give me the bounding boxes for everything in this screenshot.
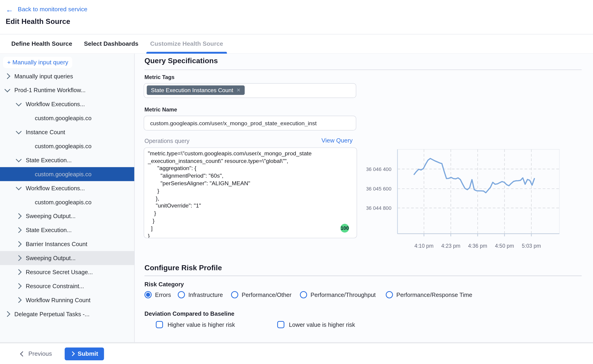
tree-item[interactable]: State Execution... <box>0 223 134 237</box>
tree-item-label: Instance Count <box>26 129 65 136</box>
configure-risk-profile-heading: Configure Risk Profile <box>144 264 222 272</box>
chevron-right-icon[interactable] <box>16 227 22 233</box>
chevron-right-icon[interactable] <box>4 73 10 79</box>
tree-item[interactable]: Resource Constraint... <box>0 279 134 293</box>
metric-name-label: Metric Name <box>144 107 177 113</box>
tree-item-label: custom.googleapis.co <box>35 171 91 178</box>
tab-customize-health-source[interactable]: Customize Health Source <box>150 34 224 53</box>
page-title: Edit Health Source <box>6 18 593 26</box>
radio-label: Errors <box>155 291 171 298</box>
tree-item[interactable]: custom.googleapis.co <box>0 111 134 125</box>
radio-icon[interactable] <box>178 291 185 298</box>
chevron-right-icon[interactable] <box>16 283 22 289</box>
tree-item-label: Barrier Instances Count <box>26 240 87 247</box>
risk-radio-infrastructure[interactable]: Infrastructure <box>178 291 223 298</box>
records-count-badge: 100 <box>340 224 349 233</box>
chevron-down-icon[interactable] <box>4 86 10 92</box>
chevron-down-icon[interactable] <box>16 129 22 134</box>
deviation-checkbox-lower[interactable]: Lower value is higher risk <box>277 321 355 328</box>
main-panel: Query Specifications Metric Tags State E… <box>135 54 593 342</box>
chevron-right-icon[interactable] <box>16 255 22 261</box>
tree-item[interactable]: Workflow Executions... <box>0 97 134 111</box>
radio-label: Performance/Throughput <box>311 291 376 298</box>
radio-icon[interactable] <box>144 291 152 298</box>
tree-item-label: State Execution... <box>26 157 72 164</box>
tree-item[interactable]: Sweeping Output... <box>0 251 134 265</box>
page-header: ← Back to monitored service Edit Health … <box>0 0 593 34</box>
remove-tag-icon[interactable]: × <box>236 87 240 93</box>
view-query-link[interactable]: View Query <box>322 137 353 144</box>
risk-radio-performance-response-time[interactable]: Performance/Response Time <box>386 291 472 298</box>
radio-icon[interactable] <box>386 291 393 298</box>
checkbox-icon[interactable] <box>156 321 163 328</box>
radio-label: Performance/Other <box>241 291 291 298</box>
svg-text:4:36 pm: 4:36 pm <box>468 243 487 249</box>
query-tree-sidebar: + Manually input query Manually input qu… <box>0 54 135 342</box>
tree-item[interactable]: Instance Count <box>0 125 134 139</box>
radio-label: Infrastructure <box>188 291 223 298</box>
tree-item[interactable]: Sweeping Output... <box>0 209 134 223</box>
radio-label: Performance/Response Time <box>396 291 472 298</box>
chevron-right-icon[interactable] <box>16 241 22 247</box>
add-manual-query-button[interactable]: + Manually input query <box>3 57 72 68</box>
svg-text:5:03 pm: 5:03 pm <box>522 243 541 249</box>
metric-tags-input[interactable]: State Execution Instances Count × <box>144 83 356 98</box>
tree-item[interactable]: Workflow Executions... <box>0 181 134 195</box>
radio-icon[interactable] <box>300 291 307 298</box>
metric-name-field-box <box>144 116 356 130</box>
tree-item-label: Workflow Running Count <box>26 297 91 304</box>
risk-radio-performance-other[interactable]: Performance/Other <box>231 291 291 298</box>
chevron-down-icon[interactable] <box>16 184 22 190</box>
tree-item[interactable]: Prod-1 Runtime Workflow... <box>0 83 134 97</box>
tree-item-label: Delegate Perpetual Tasks -... <box>14 311 90 318</box>
deviation-label: Deviation Compared to Baseline <box>144 311 235 317</box>
svg-text:36 045 600: 36 045 600 <box>366 186 391 192</box>
section-divider <box>144 70 582 70</box>
query-specifications-heading: Query Specifications <box>144 56 218 65</box>
wizard-tabs: Define Health SourceSelect DashboardsCus… <box>0 34 593 54</box>
metric-preview-chart: 36 046 40036 045 60036 044 8004:10 pm4:2… <box>366 148 563 258</box>
chevron-right-icon[interactable] <box>16 213 22 219</box>
svg-text:4:10 pm: 4:10 pm <box>414 243 433 249</box>
previous-button-label: Previous <box>28 350 52 357</box>
tree-item[interactable]: State Execution... <box>0 153 134 167</box>
operations-query-textarea[interactable]: "filter": "metric.type=\"custom.googleap… <box>144 148 357 238</box>
chevron-right-icon[interactable] <box>16 269 22 275</box>
chevron-right-icon[interactable] <box>16 297 22 303</box>
tree-item-label: Prod-1 Runtime Workflow... <box>14 87 86 94</box>
metric-tag-chip-label: State Execution Instances Count <box>151 87 233 93</box>
chevron-right-icon <box>70 351 75 356</box>
chevron-right-icon[interactable] <box>4 311 10 317</box>
tree-item-label: custom.googleapis.co <box>35 199 91 206</box>
tree-item[interactable]: Resource Secret Usage... <box>0 265 134 279</box>
tab-define-health-source[interactable]: Define Health Source <box>11 34 73 53</box>
tree-item-label: Workflow Executions... <box>26 101 85 108</box>
radio-icon[interactable] <box>231 291 238 298</box>
svg-text:4:23 pm: 4:23 pm <box>441 243 460 249</box>
wizard-footer: Previous Submit <box>0 342 593 364</box>
chevron-down-icon[interactable] <box>16 100 22 106</box>
chevron-down-icon[interactable] <box>16 156 22 162</box>
tree-item[interactable]: custom.googleapis.co <box>0 139 134 153</box>
tree-item[interactable]: Delegate Perpetual Tasks -... <box>0 307 134 321</box>
tree-item-label: custom.googleapis.co <box>35 143 91 150</box>
metric-name-input[interactable] <box>144 116 356 130</box>
tree-item-label: Resource Constraint... <box>26 283 84 290</box>
risk-radio-errors[interactable]: Errors <box>144 291 171 298</box>
tree-item[interactable]: Workflow Running Count <box>0 293 134 307</box>
checkbox-icon[interactable] <box>277 321 284 328</box>
previous-button[interactable]: Previous <box>21 350 52 357</box>
tree-item[interactable]: Manually input queries <box>0 69 134 83</box>
svg-text:4:50 pm: 4:50 pm <box>495 243 514 249</box>
tree-item-label: Sweeping Output... <box>26 213 76 220</box>
submit-button[interactable]: Submit <box>65 347 104 360</box>
svg-text:36 044 800: 36 044 800 <box>366 205 391 211</box>
tab-select-dashboards[interactable]: Select Dashboards <box>83 34 139 53</box>
tree-item[interactable]: custom.googleapis.co <box>0 195 134 209</box>
back-to-monitored-service-link[interactable]: ← Back to monitored service <box>6 5 593 14</box>
tree-item[interactable]: custom.googleapis.co <box>0 167 134 181</box>
tree-item[interactable]: Barrier Instances Count <box>0 237 134 251</box>
query-tree: Manually input queriesProd-1 Runtime Wor… <box>0 69 134 321</box>
deviation-checkbox-higher[interactable]: Higher value is higher risk <box>156 321 235 328</box>
risk-radio-performance-throughput[interactable]: Performance/Throughput <box>300 291 376 298</box>
